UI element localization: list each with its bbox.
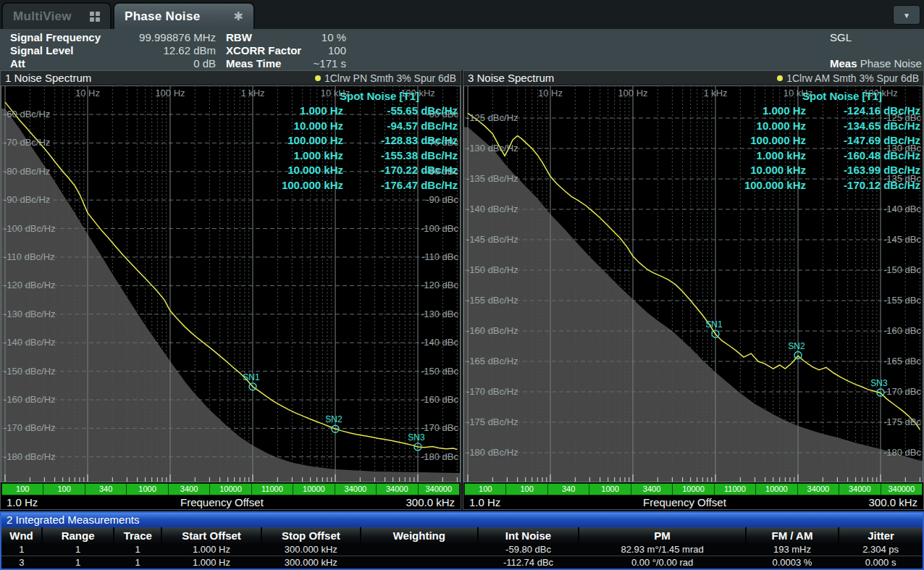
- noise-spectrum-window-3[interactable]: 3 Noise Spectrum 1Clrw AM Smth 3% Spur 6…: [463, 70, 924, 510]
- x-axis-title: Frequency Offset: [643, 496, 726, 508]
- window-title: 2 Integrated Measurements: [7, 514, 139, 526]
- y-tick-label-right: -170 dBc: [883, 386, 921, 397]
- channel-star-icon[interactable]: ✱: [234, 11, 243, 22]
- y-tick-label-right: -180 dBc: [883, 447, 921, 458]
- window-title-bar[interactable]: 3 Noise Spectrum 1Clrw AM Smth 3% Spur 6…: [463, 71, 923, 85]
- spot-noise-table: Spot Noise [T1]1.000 Hz-124.16 dBc/Hz10.…: [721, 89, 920, 193]
- plot-area[interactable]: SN1SN2SN310 Hz100 Hz1 kHz10 kHz100 kHz-6…: [1, 85, 461, 482]
- table-cell: [361, 543, 478, 556]
- y-tick-label-right: -110 dBc: [421, 251, 458, 262]
- y-tick-label-right: -150 dBc: [883, 264, 921, 275]
- table-cell: 300.000 kHz: [261, 556, 361, 569]
- table-cell: 300.000 kHz: [261, 543, 361, 556]
- table-cell: -112.74 dBc: [478, 556, 579, 569]
- header-field-att[interactable]: Att0 dB: [10, 57, 216, 70]
- y-tick-label-right: -100 dBc: [421, 223, 458, 234]
- trace-color-dot: [315, 75, 321, 81]
- table-header-row: WndRangeTraceStart OffsetStop OffsetWeig…: [1, 527, 923, 543]
- header-field-value: 12.62 dBm: [163, 44, 216, 57]
- x-stop-label: 300.0 kHz: [406, 496, 455, 508]
- measurement-header: Signal Frequency99.998876 MHzSignal Leve…: [0, 29, 924, 70]
- plot-area[interactable]: SN1SN2SN310 Hz100 Hz1 kHz10 kHz100 kHz-1…: [463, 85, 923, 482]
- x-start-label: 1.0 Hz: [7, 496, 38, 508]
- column-header-jitter: Jitter: [839, 527, 923, 543]
- x-tick-label: 100 Hz: [148, 88, 192, 99]
- header-field-signal-level[interactable]: Signal Level12.62 dBm: [10, 44, 216, 57]
- y-tick-label-right: -145 dBc: [883, 234, 921, 245]
- column-header-range: Range: [42, 527, 114, 543]
- xcorr-count-segment: 100: [465, 484, 506, 495]
- spot-noise-frequency: 1.000 kHz: [721, 148, 806, 164]
- marker-label: SN1: [243, 372, 260, 382]
- y-tick-label: -155 dBc/Hz: [466, 295, 518, 306]
- xcorr-count-segment: 10000: [673, 484, 714, 495]
- window-title-bar[interactable]: 2 Integrated Measurements: [1, 513, 923, 527]
- header-field-value: 100: [328, 44, 346, 57]
- y-tick-label: -165 dBc/Hz: [466, 356, 518, 366]
- spot-noise-value: -147.69 dBc/Hz: [806, 133, 920, 148]
- spot-noise-value: -176.47 dBc/Hz: [343, 178, 458, 193]
- window-title: 1 Noise Spectrum: [5, 72, 91, 84]
- spot-noise-row: 10.000 Hz-94.57 dBc/Hz: [258, 119, 458, 134]
- xcorr-segment-bar: 1001003401000340010000110001000034000340…: [1, 483, 460, 495]
- noise-spectrum-window-1[interactable]: 1 Noise Spectrum 1Clrw PN Smth 3% Spur 6…: [0, 70, 461, 510]
- header-field-value: ~171 s: [314, 57, 346, 70]
- spot-noise-frequency: 10.000 Hz: [258, 119, 343, 134]
- header-field-label: RBW: [226, 31, 252, 44]
- xcorr-count-segment: 1000: [589, 484, 631, 495]
- y-tick-label: -180 dBc/Hz: [466, 447, 518, 458]
- y-tick-label-right: -140 dBc: [883, 204, 921, 214]
- y-tick-label: -160 dBc/Hz: [466, 325, 518, 336]
- header-field-label: Signal Frequency: [10, 31, 101, 44]
- table-cell: 1: [42, 556, 114, 569]
- marker-label: SN2: [788, 341, 805, 351]
- y-tick-label-right: -170 dBc: [421, 422, 458, 433]
- integrated-measurements-table: WndRangeTraceStart OffsetStop OffsetWeig…: [1, 527, 923, 569]
- window-title-bar[interactable]: 1 Noise Spectrum 1Clrw PN Smth 3% Spur 6…: [1, 71, 461, 85]
- header-field-xcorr-factor[interactable]: XCORR Factor100: [226, 44, 346, 57]
- y-tick-label: -140 dBc/Hz: [466, 204, 518, 214]
- xcorr-count-segment: 10000: [756, 484, 797, 495]
- header-field-rbw[interactable]: RBW10 %: [226, 31, 346, 44]
- header-field-value: 10 %: [322, 31, 346, 44]
- y-tick-label: -150 dBc/Hz: [4, 366, 56, 377]
- marker-label: SN1: [705, 319, 723, 330]
- column-header-pm: PM: [579, 527, 745, 543]
- spot-noise-frequency: 100.000 kHz: [258, 178, 343, 193]
- table-row[interactable]: 3111.000 Hz300.000 kHz-112.74 dBc0.00 °/…: [1, 556, 923, 569]
- spot-noise-row: 1.000 kHz-155.38 dBc/Hz: [258, 148, 458, 164]
- integrated-measurements-window[interactable]: 2 Integrated Measurements WndRangeTraceS…: [0, 511, 924, 570]
- spot-noise-value: -163.99 dBc/Hz: [806, 163, 920, 178]
- xcorr-count-segment: 100: [2, 484, 43, 495]
- spot-noise-title: Spot Noise [T1]: [764, 89, 920, 104]
- spot-noise-value: -55.65 dBc/Hz: [343, 104, 458, 119]
- spot-noise-frequency: 1.000 kHz: [258, 148, 343, 164]
- table-row[interactable]: 1111.000 Hz300.000 kHz-59.80 dBc82.93 m°…: [1, 543, 923, 556]
- table-cell: 0.00 °/0.00 rad: [579, 556, 745, 569]
- x-tick-label: 10 Hz: [66, 88, 109, 99]
- tab-multiview[interactable]: MultiView: [1, 2, 112, 29]
- tab-bar: MultiView Phase Noise ✱ ▼: [0, 0, 924, 29]
- xcorr-count-segment: 10000: [210, 484, 251, 495]
- header-field-meas-time[interactable]: Meas Time~171 s: [226, 57, 346, 70]
- y-tick-label-right: -160 dBc: [421, 394, 458, 405]
- header-right-block: SGL Meas Phase Noise: [830, 31, 920, 44]
- table-cell: 193 mHz: [746, 543, 839, 556]
- y-tick-label: -170 dBc/Hz: [466, 386, 518, 397]
- xcorr-count-segment: 34000: [335, 484, 377, 495]
- header-column-acquisition: RBW10 %XCORR Factor100Meas Time~171 s: [226, 31, 346, 70]
- table-cell: 1: [114, 556, 161, 569]
- window-dropdown-button[interactable]: ▼: [893, 5, 920, 25]
- spot-noise-row: 1.000 Hz-124.16 dBc/Hz: [721, 104, 920, 119]
- table-cell: 0.000 s: [839, 556, 923, 569]
- y-tick-label: -145 dBc/Hz: [466, 234, 518, 245]
- xcorr-count-segment: 10000: [293, 484, 335, 495]
- xcorr-count-segment: 340: [548, 484, 589, 495]
- xcorr-segment-bar: 1001003401000340010000110001000034000340…: [464, 483, 923, 495]
- header-field-signal-frequency[interactable]: Signal Frequency99.998876 MHz: [10, 31, 216, 44]
- header-field-value: 99.998876 MHz: [139, 31, 216, 44]
- tab-phase-noise[interactable]: Phase Noise ✱: [113, 2, 255, 29]
- y-tick-label-right: -130 dBc: [421, 309, 458, 319]
- xcorr-count-segment: 100: [43, 484, 85, 495]
- table-cell: [361, 556, 478, 569]
